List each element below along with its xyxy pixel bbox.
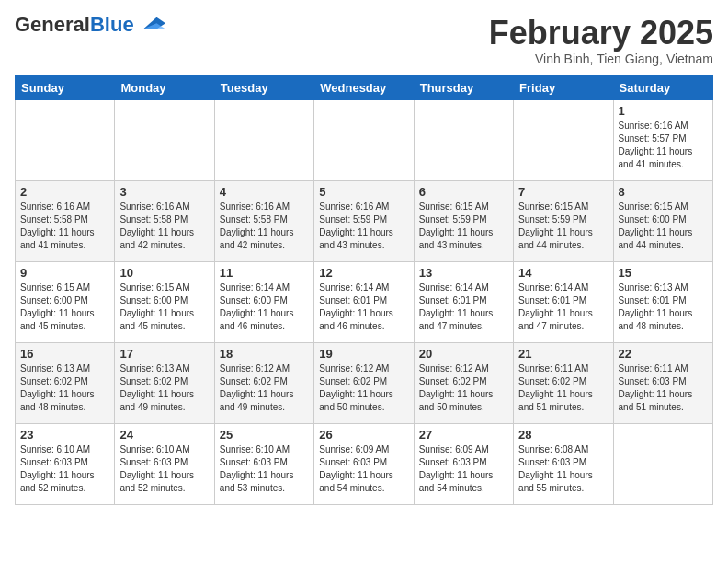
calendar-cell: 16Sunrise: 6:13 AM Sunset: 6:02 PM Dayli… <box>16 342 115 423</box>
day-number: 18 <box>220 347 309 361</box>
day-info: Sunrise: 6:13 AM Sunset: 6:02 PM Dayligh… <box>20 362 109 414</box>
day-info: Sunrise: 6:13 AM Sunset: 6:01 PM Dayligh… <box>619 282 708 333</box>
day-info: Sunrise: 6:14 AM Sunset: 6:01 PM Dayligh… <box>419 282 508 333</box>
day-info: Sunrise: 6:11 AM Sunset: 6:03 PM Dayligh… <box>619 362 708 414</box>
day-info: Sunrise: 6:09 AM Sunset: 6:03 PM Dayligh… <box>419 443 508 495</box>
calendar-cell <box>214 99 313 180</box>
day-number: 4 <box>220 185 309 199</box>
calendar-cell: 15Sunrise: 6:13 AM Sunset: 6:01 PM Dayli… <box>613 261 712 342</box>
day-info: Sunrise: 6:10 AM Sunset: 6:03 PM Dayligh… <box>220 443 309 495</box>
day-info: Sunrise: 6:16 AM Sunset: 5:58 PM Dayligh… <box>20 201 109 252</box>
day-info: Sunrise: 6:16 AM Sunset: 5:58 PM Dayligh… <box>119 201 209 252</box>
day-number: 14 <box>518 266 608 280</box>
weekday-header-tuesday: Tuesday <box>214 75 313 99</box>
calendar-cell <box>613 423 712 504</box>
day-info: Sunrise: 6:15 AM Sunset: 6:00 PM Dayligh… <box>619 201 708 252</box>
day-number: 8 <box>619 185 708 199</box>
weekday-header-thursday: Thursday <box>414 75 513 99</box>
calendar-cell: 28Sunrise: 6:08 AM Sunset: 6:03 PM Dayli… <box>514 423 613 504</box>
day-number: 3 <box>119 185 209 199</box>
calendar-week-row: 2Sunrise: 6:16 AM Sunset: 5:58 PM Daylig… <box>16 180 713 261</box>
calendar-cell: 8Sunrise: 6:15 AM Sunset: 6:00 PM Daylig… <box>613 180 712 261</box>
day-info: Sunrise: 6:16 AM Sunset: 5:59 PM Dayligh… <box>319 201 408 252</box>
logo: GeneralBlue <box>15 15 165 35</box>
calendar-cell: 27Sunrise: 6:09 AM Sunset: 6:03 PM Dayli… <box>414 423 513 504</box>
calendar-cell: 10Sunrise: 6:15 AM Sunset: 6:00 PM Dayli… <box>115 261 214 342</box>
title-block: February 2025 Vinh Binh, Tien Giang, Vie… <box>489 15 713 66</box>
calendar-cell: 22Sunrise: 6:11 AM Sunset: 6:03 PM Dayli… <box>613 342 712 423</box>
day-number: 9 <box>20 266 109 280</box>
calendar-cell: 4Sunrise: 6:16 AM Sunset: 5:58 PM Daylig… <box>214 180 313 261</box>
day-number: 19 <box>319 347 408 361</box>
calendar-cell <box>314 99 414 180</box>
location: Vinh Binh, Tien Giang, Vietnam <box>489 52 713 66</box>
day-info: Sunrise: 6:09 AM Sunset: 6:03 PM Dayligh… <box>319 443 408 495</box>
day-info: Sunrise: 6:14 AM Sunset: 6:01 PM Dayligh… <box>518 282 608 333</box>
day-info: Sunrise: 6:12 AM Sunset: 6:02 PM Dayligh… <box>220 362 309 414</box>
calendar-cell: 17Sunrise: 6:13 AM Sunset: 6:02 PM Dayli… <box>115 342 214 423</box>
weekday-header-friday: Friday <box>514 75 613 99</box>
day-info: Sunrise: 6:14 AM Sunset: 6:01 PM Dayligh… <box>319 282 408 333</box>
calendar-cell: 5Sunrise: 6:16 AM Sunset: 5:59 PM Daylig… <box>314 180 414 261</box>
calendar-cell <box>414 99 513 180</box>
calendar-cell: 26Sunrise: 6:09 AM Sunset: 6:03 PM Dayli… <box>314 423 414 504</box>
day-number: 20 <box>419 347 508 361</box>
day-number: 23 <box>20 428 109 442</box>
calendar-cell <box>514 99 613 180</box>
calendar-cell: 7Sunrise: 6:15 AM Sunset: 5:59 PM Daylig… <box>514 180 613 261</box>
day-number: 5 <box>319 185 408 199</box>
day-info: Sunrise: 6:15 AM Sunset: 6:00 PM Dayligh… <box>20 282 109 333</box>
calendar-cell: 3Sunrise: 6:16 AM Sunset: 5:58 PM Daylig… <box>115 180 214 261</box>
calendar-cell: 24Sunrise: 6:10 AM Sunset: 6:03 PM Dayli… <box>115 423 214 504</box>
calendar-week-row: 9Sunrise: 6:15 AM Sunset: 6:00 PM Daylig… <box>16 261 713 342</box>
day-number: 16 <box>20 347 109 361</box>
calendar-cell: 1Sunrise: 6:16 AM Sunset: 5:57 PM Daylig… <box>613 99 712 180</box>
day-info: Sunrise: 6:13 AM Sunset: 6:02 PM Dayligh… <box>119 362 209 414</box>
day-number: 7 <box>518 185 608 199</box>
day-info: Sunrise: 6:12 AM Sunset: 6:02 PM Dayligh… <box>319 362 408 414</box>
day-number: 6 <box>419 185 508 199</box>
day-info: Sunrise: 6:14 AM Sunset: 6:00 PM Dayligh… <box>220 282 309 333</box>
day-info: Sunrise: 6:15 AM Sunset: 5:59 PM Dayligh… <box>419 201 508 252</box>
day-info: Sunrise: 6:15 AM Sunset: 5:59 PM Dayligh… <box>518 201 608 252</box>
calendar-cell: 2Sunrise: 6:16 AM Sunset: 5:58 PM Daylig… <box>16 180 115 261</box>
calendar-table: SundayMondayTuesdayWednesdayThursdayFrid… <box>15 75 713 505</box>
calendar-cell: 19Sunrise: 6:12 AM Sunset: 6:02 PM Dayli… <box>314 342 414 423</box>
calendar-week-row: 1Sunrise: 6:16 AM Sunset: 5:57 PM Daylig… <box>16 99 713 180</box>
calendar-cell: 21Sunrise: 6:11 AM Sunset: 6:02 PM Dayli… <box>514 342 613 423</box>
calendar-cell: 23Sunrise: 6:10 AM Sunset: 6:03 PM Dayli… <box>16 423 115 504</box>
calendar-week-row: 16Sunrise: 6:13 AM Sunset: 6:02 PM Dayli… <box>16 342 713 423</box>
day-info: Sunrise: 6:16 AM Sunset: 5:57 PM Dayligh… <box>619 120 708 171</box>
day-info: Sunrise: 6:10 AM Sunset: 6:03 PM Dayligh… <box>119 443 209 495</box>
calendar-cell <box>115 99 214 180</box>
calendar-cell: 11Sunrise: 6:14 AM Sunset: 6:00 PM Dayli… <box>214 261 313 342</box>
day-number: 27 <box>419 428 508 442</box>
weekday-header-saturday: Saturday <box>613 75 712 99</box>
day-number: 22 <box>619 347 708 361</box>
page-header: GeneralBlue February 2025 Vinh Binh, Tie… <box>15 15 713 66</box>
day-number: 24 <box>119 428 209 442</box>
weekday-header-monday: Monday <box>115 75 214 99</box>
day-number: 2 <box>20 185 109 199</box>
day-number: 13 <box>419 266 508 280</box>
day-info: Sunrise: 6:10 AM Sunset: 6:03 PM Dayligh… <box>20 443 109 495</box>
day-info: Sunrise: 6:16 AM Sunset: 5:58 PM Dayligh… <box>220 201 309 252</box>
calendar-cell: 14Sunrise: 6:14 AM Sunset: 6:01 PM Dayli… <box>514 261 613 342</box>
calendar-cell: 12Sunrise: 6:14 AM Sunset: 6:01 PM Dayli… <box>314 261 414 342</box>
calendar-cell <box>16 99 115 180</box>
calendar-cell: 20Sunrise: 6:12 AM Sunset: 6:02 PM Dayli… <box>414 342 513 423</box>
day-number: 17 <box>119 347 209 361</box>
calendar-week-row: 23Sunrise: 6:10 AM Sunset: 6:03 PM Dayli… <box>16 423 713 504</box>
day-info: Sunrise: 6:11 AM Sunset: 6:02 PM Dayligh… <box>518 362 608 414</box>
day-info: Sunrise: 6:08 AM Sunset: 6:03 PM Dayligh… <box>518 443 608 495</box>
day-number: 1 <box>619 104 708 118</box>
day-number: 11 <box>220 266 309 280</box>
day-number: 28 <box>518 428 608 442</box>
logo-icon <box>136 16 165 32</box>
calendar-cell: 9Sunrise: 6:15 AM Sunset: 6:00 PM Daylig… <box>16 261 115 342</box>
day-number: 26 <box>319 428 408 442</box>
logo-text: GeneralBlue <box>15 15 134 35</box>
weekday-header-sunday: Sunday <box>16 75 115 99</box>
calendar-cell: 25Sunrise: 6:10 AM Sunset: 6:03 PM Dayli… <box>214 423 313 504</box>
day-number: 25 <box>220 428 309 442</box>
